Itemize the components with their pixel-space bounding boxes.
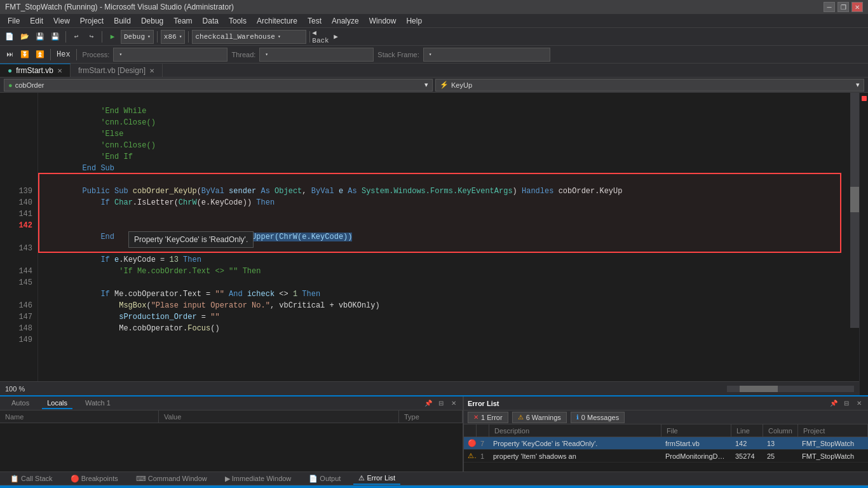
redo-btn[interactable]: ↪	[85, 30, 98, 44]
debug-tab-output[interactable]: 📄 Output	[304, 473, 346, 484]
save-btn[interactable]: 💾	[33, 30, 47, 44]
menu-data[interactable]: Data	[198, 15, 224, 27]
target-dropdown[interactable]: checkcall_Warehouse ▾	[192, 30, 306, 44]
error-row-1[interactable]: ⚠ 1 property 'Item' shadows an ProdMonit…	[464, 450, 868, 463]
code-line-148: sProduction_Order = ""	[46, 311, 850, 323]
config-dropdown[interactable]: Debug ▾	[121, 30, 154, 44]
locals-header: Name Value Type	[0, 410, 463, 423]
tab-frmstart-vb[interactable]: ● frmStart.vb ✕	[0, 64, 71, 77]
locals-content	[0, 423, 463, 471]
stackframe-dropdown[interactable]: ▾	[423, 48, 550, 62]
code-line-endsub1: End Sub	[46, 163, 850, 174]
error-float-btn[interactable]: ⊟	[841, 398, 851, 409]
error-table-header: Description File Line Column Project	[464, 424, 868, 437]
bottom-container: Autos Locals Watch 1 📌 ⊟ ✕ Name Value Ty…	[0, 395, 868, 471]
tab-frmstart-design[interactable]: frmStart.vb [Design] ✕	[71, 64, 163, 77]
thread-dropdown[interactable]: ▾	[259, 48, 374, 62]
code-area[interactable]: 139 140 141 142 143 144 145 146 147 148 …	[0, 93, 859, 381]
error-filter-warnings[interactable]: ⚠ 6 Warnings	[512, 412, 567, 423]
tab-watch1[interactable]: Watch 1	[80, 398, 116, 409]
undo-btn[interactable]: ↩	[69, 30, 83, 44]
err-col-desc: Description	[489, 424, 661, 437]
error-filter-messages[interactable]: ℹ 0 Messages	[571, 412, 625, 423]
menu-team[interactable]: Team	[168, 15, 197, 27]
forward-btn[interactable]: ▶	[329, 30, 342, 44]
new-project-btn[interactable]: 📄	[3, 30, 17, 44]
menu-file[interactable]: File	[3, 15, 25, 27]
menu-bar: File Edit View Project Build Debug Team …	[0, 14, 868, 28]
restore-button[interactable]: ❐	[837, 2, 849, 12]
error-pin-btn[interactable]: 📌	[829, 398, 839, 409]
menu-view[interactable]: View	[48, 15, 75, 27]
menu-debug[interactable]: Debug	[136, 15, 168, 27]
error-icon: ✕	[473, 414, 478, 421]
err-col-file: File	[661, 424, 731, 437]
close-button[interactable]: ✕	[851, 2, 863, 12]
code-scrollbar-h[interactable]	[727, 386, 854, 392]
error-close-btn[interactable]: ✕	[854, 398, 864, 409]
code-line-comment4: 'cnn.Close()	[46, 140, 850, 151]
thread-label: Thread:	[229, 51, 258, 58]
step-into-btn[interactable]: ⏬	[18, 48, 32, 62]
tab-locals[interactable]: Locals	[42, 398, 72, 409]
menu-architecture[interactable]: Architecture	[252, 15, 302, 27]
debug-tabs: Autos Locals Watch 1	[6, 398, 116, 409]
menu-build[interactable]: Build	[109, 15, 136, 27]
platform-dropdown[interactable]: x86 ▾	[161, 30, 186, 44]
sep2	[102, 31, 102, 43]
menu-help[interactable]: Help	[401, 15, 427, 27]
debug-tab-cmdwindow[interactable]: ⌨ Command Window	[131, 473, 212, 484]
err-row0-line: 142	[731, 440, 763, 447]
locals-col-value: Value	[159, 410, 399, 423]
event-dropdown[interactable]: ⚡ KeyUp ▾	[435, 79, 864, 92]
err-col-icon	[464, 424, 477, 437]
title-bar-controls: ─ ❐ ✕	[824, 2, 863, 12]
debug-tab-callstack[interactable]: 📋 Call Stack	[5, 473, 58, 484]
err-row1-project: FMT_StopWatch	[798, 452, 868, 460]
locals-col-name: Name	[0, 410, 159, 423]
tab-close-1[interactable]: ✕	[149, 67, 154, 74]
menu-test[interactable]: Test	[302, 15, 327, 27]
err-col-num	[477, 424, 489, 437]
step-over-btn[interactable]: ⏭	[3, 48, 17, 62]
window-title: FMT_StopWatch (Running) - Microsoft Visu…	[5, 3, 234, 11]
debug-tab-immediate[interactable]: ▶ Immediate Window	[220, 473, 297, 484]
error-filter-errors[interactable]: ✕ 1 Error	[468, 412, 508, 423]
object-dropdown-label: cobOrder	[15, 81, 44, 89]
menu-window[interactable]: Window	[364, 15, 402, 27]
debug-tab-breakpoints[interactable]: 🔴 Breakpoints	[65, 473, 123, 484]
tab-autos[interactable]: Autos	[6, 398, 34, 409]
error-row-0[interactable]: 🔴 7 Property 'KeyCode' is 'ReadOnly'. fr…	[464, 437, 868, 450]
locals-close-btn[interactable]: ✕	[449, 398, 459, 409]
save-all-btn[interactable]: 💾	[48, 30, 62, 44]
locals-col-type: Type	[399, 410, 463, 423]
process-dropdown[interactable]: ▾	[113, 48, 227, 62]
code-line-149: Me.cobOperator.Focus()	[46, 323, 850, 334]
err-row0-desc: Property 'KeyCode' is 'ReadOnly'.	[489, 440, 661, 447]
menu-edit[interactable]: Edit	[25, 15, 48, 27]
config-dropdown-arrow: ▾	[147, 34, 151, 39]
open-btn[interactable]: 📂	[18, 30, 32, 44]
hex-label: Hex	[54, 50, 73, 59]
locals-float-btn[interactable]: ⊟	[436, 398, 446, 409]
step-out-btn[interactable]: ⏫	[33, 48, 47, 62]
code-content[interactable]: 'End While 'cnn.Close() 'Else 'cnn.Close…	[38, 93, 850, 381]
warning-count-label: 6 Warnings	[526, 414, 561, 421]
start-btn[interactable]: ▶	[105, 30, 119, 44]
err-col-line: Line	[731, 424, 763, 437]
menu-analyze[interactable]: Analyze	[327, 15, 364, 27]
locals-pin-btn[interactable]: 📌	[423, 398, 433, 409]
indicator-margin	[0, 93, 13, 381]
tab-close-0[interactable]: ✕	[57, 67, 62, 74]
code-line-146: If Me.cobOperator.Text = "" And icheck <…	[46, 288, 850, 300]
object-dropdown[interactable]: ● cobOrder ▾	[4, 79, 433, 92]
menu-project[interactable]: Project	[75, 15, 109, 27]
minimize-button[interactable]: ─	[824, 2, 835, 12]
back-btn[interactable]: ◀ Back	[313, 30, 327, 44]
err-col-col: Column	[763, 424, 798, 437]
debug-tab-errorlist[interactable]: ⚠ Error List	[353, 473, 400, 485]
code-line-comment5: 'End If	[46, 151, 850, 163]
code-line-147: MsgBox("Plase input Operator No.", vbCri…	[46, 300, 850, 311]
code-scrollbar-v[interactable]	[850, 93, 859, 328]
menu-tools[interactable]: Tools	[224, 15, 252, 27]
